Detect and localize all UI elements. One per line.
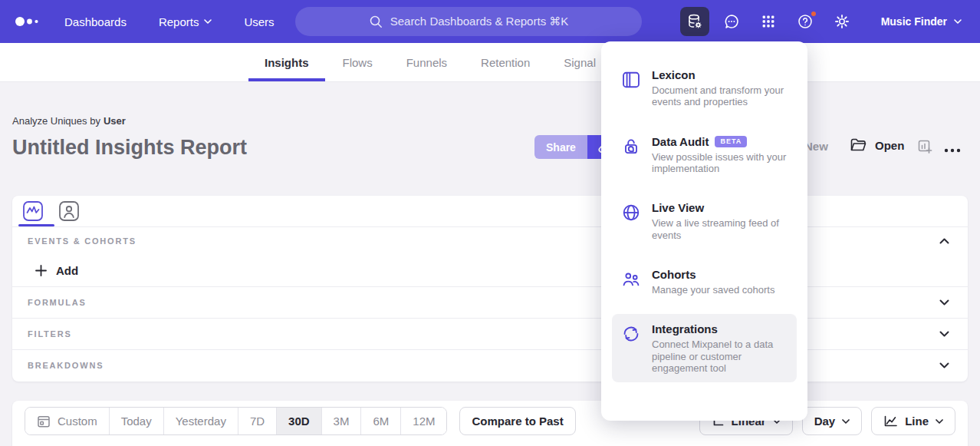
add-to-board-button[interactable] [917, 139, 932, 157]
nav-link-label: Dashboards [64, 15, 127, 28]
new-report-button[interactable]: New [804, 140, 828, 153]
interval-label: Day [814, 415, 836, 428]
data-management-menu: Lexicon Document and transform your even… [601, 41, 807, 421]
person-icon [58, 200, 80, 222]
menu-item-title: Lexicon [652, 68, 696, 81]
range-12m-button[interactable]: 12M [401, 408, 446, 434]
menu-item-data-audit[interactable]: Data Audit BETA View possible issues wit… [612, 127, 797, 183]
expand-section-button[interactable] [939, 299, 949, 306]
search-placeholder: Search Dashboards & Reports ⌘K [390, 15, 569, 28]
help-button[interactable] [791, 7, 820, 36]
tab-insights[interactable]: Insights [265, 43, 309, 81]
menu-item-cohorts[interactable]: Cohorts Manage your saved cohorts [612, 259, 797, 304]
apps-grid-button[interactable] [754, 7, 783, 36]
gear-icon [834, 13, 850, 30]
share-button[interactable]: Share [534, 135, 587, 159]
beta-badge: BETA [715, 136, 747, 147]
tab-signal[interactable]: Signal [564, 43, 596, 81]
tab-funnels[interactable]: Funnels [406, 43, 447, 81]
menu-item-text: Live View View a live streaming feed of … [652, 201, 787, 241]
add-event-button[interactable]: Add [35, 264, 78, 277]
tab-flows[interactable]: Flows [343, 43, 373, 81]
section-label: FILTERS [28, 329, 72, 339]
range-6m-button[interactable]: 6M [361, 408, 401, 434]
menu-item-text: Integrations Connect Mixpanel to a data … [652, 322, 787, 374]
menu-item-integrations[interactable]: Integrations Connect Mixpanel to a data … [612, 314, 797, 382]
report-subtitle: Analyze Uniques byUser [12, 115, 126, 127]
calendar-icon [37, 415, 51, 428]
section-label: BREAKDOWNS [28, 361, 104, 370]
notification-dot [810, 10, 817, 18]
nav-link-users[interactable]: Users [244, 15, 274, 28]
live-view-globe-icon [620, 201, 642, 241]
section-breakdowns[interactable]: BREAKDOWNS [12, 349, 968, 381]
range-7d-button[interactable]: 7D [238, 408, 277, 434]
collapse-section-button[interactable] [939, 238, 949, 244]
date-range-segmented-control: Custom Today Yesterday 7D 30D 3M 6M 12M [25, 407, 447, 435]
chevron-down-icon [939, 362, 949, 368]
menu-item-title: Data Audit [652, 135, 709, 148]
builder-view-tabs [12, 196, 968, 227]
project-switcher[interactable]: Music Finder [881, 15, 962, 28]
section-filters[interactable]: FILTERS [12, 318, 968, 349]
menu-item-desc: View a live streaming feed of events [652, 217, 787, 241]
board-plus-icon [917, 139, 932, 154]
navbar-right: Music Finder [680, 7, 962, 36]
menu-item-lexicon[interactable]: Lexicon Document and transform your even… [612, 60, 797, 117]
expand-section-button[interactable] [939, 362, 949, 368]
settings-button[interactable] [827, 7, 857, 36]
profiles-view-tab[interactable] [58, 200, 80, 222]
range-custom-button[interactable]: Custom [25, 408, 110, 434]
section-label: FORMULAS [28, 298, 87, 307]
menu-item-desc: View possible issues with your implement… [652, 151, 787, 175]
range-3m-button[interactable]: 3M [322, 408, 362, 434]
range-label: 12M [413, 415, 435, 428]
interval-dropdown[interactable]: Day [802, 407, 863, 435]
line-chart-icon [883, 415, 898, 428]
chart-type-label: Line [905, 415, 929, 428]
menu-item-desc: Document and transform your events and p… [652, 84, 787, 108]
report-title[interactable]: Untitled Insights Report [12, 136, 247, 160]
nav-link-reports[interactable]: Reports [159, 15, 212, 28]
add-label: Add [56, 264, 78, 277]
nav-link-label: Reports [159, 15, 199, 28]
menu-item-live-view[interactable]: Live View View a live streaming feed of … [612, 193, 797, 249]
range-label: Custom [58, 415, 97, 428]
data-management-button[interactable] [680, 7, 709, 36]
chevron-up-icon [939, 238, 949, 244]
menu-item-text: Data Audit BETA View possible issues wit… [652, 135, 787, 175]
events-view-tab[interactable] [22, 200, 44, 222]
subtitle-entity[interactable]: User [104, 115, 126, 127]
search-input[interactable]: Search Dashboards & Reports ⌘K [295, 7, 642, 36]
menu-item-desc: Manage your saved cohorts [652, 284, 774, 296]
lexicon-icon [620, 68, 642, 108]
section-formulas[interactable]: FORMULAS [12, 286, 968, 318]
range-yesterday-button[interactable]: Yesterday [164, 408, 238, 434]
range-30d-button[interactable]: 30D [277, 408, 322, 434]
plus-icon [35, 265, 47, 276]
section-events-cohorts[interactable]: EVENTS & COHORTS [12, 227, 968, 255]
range-today-button[interactable]: Today [110, 408, 164, 434]
expand-section-button[interactable] [939, 331, 949, 337]
nav-link-dashboards[interactable]: Dashboards [64, 15, 127, 28]
open-label: Open [875, 139, 904, 152]
feedback-button[interactable] [717, 7, 746, 36]
chevron-down-icon [936, 419, 943, 424]
database-gear-icon [686, 13, 703, 30]
grid-icon [760, 13, 777, 30]
compare-label: Compare to Past [472, 415, 563, 428]
open-report-button[interactable]: Open [850, 137, 904, 153]
mixpanel-logo-icon[interactable] [14, 15, 41, 28]
primary-nav: Dashboards Reports Users [64, 15, 275, 28]
compare-to-past-button[interactable]: Compare to Past [459, 407, 575, 435]
add-event-row: Add [12, 255, 968, 286]
chart-type-dropdown[interactable]: Line [871, 407, 955, 435]
range-label: 3M [334, 415, 350, 428]
report-tabbar: Insights Flows Funnels Retention Signal … [0, 43, 980, 82]
feedback-bubble-icon [723, 13, 740, 30]
tab-retention[interactable]: Retention [481, 43, 530, 81]
cohorts-people-icon [620, 268, 642, 296]
chevron-down-icon [842, 419, 850, 424]
more-options-button[interactable] [943, 143, 962, 157]
menu-item-desc: Connect Mixpanel to a data pipeline or c… [652, 339, 787, 374]
